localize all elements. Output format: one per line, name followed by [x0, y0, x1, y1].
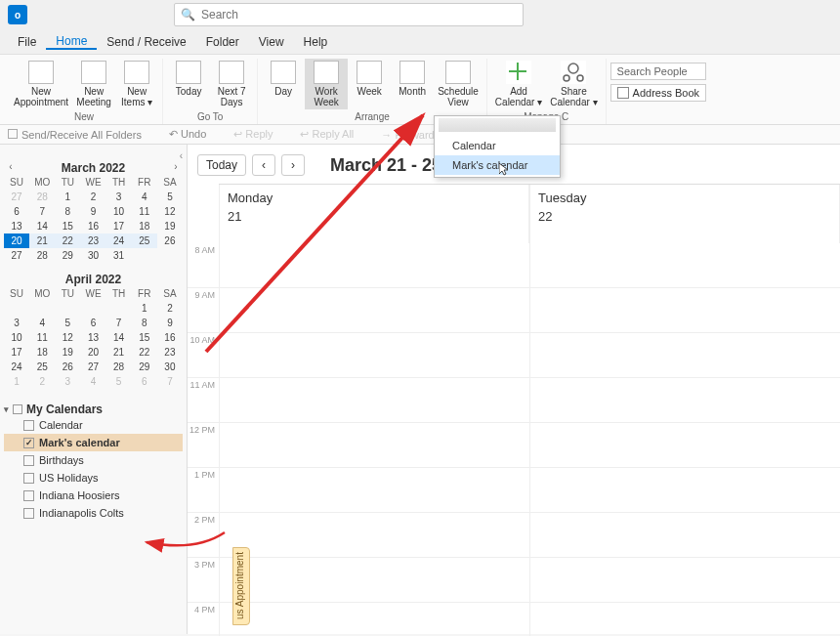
calendar-day[interactable]: 29 — [55, 248, 80, 263]
new-items-button[interactable]: NewItems ▾ — [115, 59, 158, 109]
calendar-day[interactable]: 28 — [106, 360, 132, 374]
calendar-day[interactable]: 16 — [80, 219, 105, 233]
calendar-day[interactable]: 2 — [29, 374, 55, 389]
search-people-input[interactable]: Search People — [610, 63, 706, 80]
checkbox-icon[interactable] — [23, 455, 34, 466]
time-slot[interactable] — [219, 603, 529, 636]
calendar-list-item[interactable]: Indianapolis Colts — [4, 504, 183, 522]
calendar-day[interactable]: 24 — [4, 360, 29, 374]
share-calendar-button[interactable]: ShareCalendar ▾ — [546, 59, 601, 109]
calendar-day[interactable] — [80, 301, 105, 316]
global-search[interactable]: 🔍 — [174, 3, 524, 26]
send-receive-all-button[interactable]: Send/Receive All Folders — [8, 129, 155, 141]
calendar-day[interactable]: 18 — [29, 345, 55, 360]
checkbox-icon[interactable] — [23, 508, 34, 519]
menu-view[interactable]: View — [249, 35, 294, 49]
mini-calendar-march[interactable]: SUMOTUWETHFRSA27281234567891011121314151… — [4, 175, 183, 263]
calendar-day[interactable]: 2 — [157, 301, 183, 316]
checkbox-icon[interactable]: ✓ — [23, 438, 34, 448]
calendar-day[interactable]: 15 — [55, 219, 80, 233]
calendar-day[interactable]: 14 — [106, 330, 132, 345]
calendar-day[interactable]: 2 — [80, 190, 105, 204]
calendar-day[interactable]: 18 — [132, 219, 157, 233]
calendar-day[interactable]: 23 — [157, 345, 183, 360]
calendar-day[interactable]: 22 — [55, 233, 80, 248]
time-slot[interactable] — [219, 558, 529, 602]
calendar-day[interactable]: 10 — [106, 204, 132, 219]
time-slot[interactable] — [219, 333, 529, 377]
appointment-tab[interactable]: us Appointment — [232, 547, 250, 625]
calendar-day[interactable]: 29 — [132, 360, 157, 374]
calendar-day[interactable]: 3 — [4, 316, 29, 330]
calendar-list-item[interactable]: Birthdays — [4, 451, 183, 469]
calendar-day[interactable] — [132, 248, 157, 263]
menu-send-receive[interactable]: Send / Receive — [97, 35, 195, 49]
my-calendars-header[interactable]: ▾ My Calendars — [4, 403, 183, 416]
calendar-day[interactable]: 12 — [157, 204, 183, 219]
calendar-day[interactable] — [4, 301, 29, 316]
calendar-day[interactable]: 12 — [55, 330, 80, 345]
calendar-day[interactable]: 25 — [29, 360, 55, 374]
dropdown-item-calendar[interactable]: Calendar — [435, 136, 560, 155]
calendar-day[interactable]: 27 — [4, 190, 29, 204]
calendar-day[interactable]: 31 — [106, 248, 132, 263]
checkbox-icon[interactable] — [13, 404, 22, 414]
calendar-list-item[interactable]: US Holidays — [4, 469, 183, 487]
new-meeting-button[interactable]: NewMeeting — [72, 59, 115, 109]
calendar-day[interactable]: 15 — [132, 330, 157, 345]
calendar-day[interactable]: 14 — [29, 219, 55, 233]
calendar-day[interactable]: 17 — [106, 219, 132, 233]
calendar-day[interactable]: 4 — [132, 190, 157, 204]
next-week-button[interactable]: › — [281, 154, 305, 176]
day-column-tuesday[interactable]: Tuesday 22 — [529, 185, 840, 243]
calendar-day[interactable]: 7 — [157, 374, 183, 389]
workweek-view-button[interactable]: WorkWeek — [305, 59, 348, 109]
calendar-day[interactable]: 24 — [106, 233, 132, 248]
calendar-day[interactable]: 17 — [4, 345, 29, 360]
calendar-day[interactable]: 20 — [80, 345, 105, 360]
time-grid[interactable]: 8 AM9 AM10 AM11 AM12 PM1 PM2 PM3 PM4 PM — [188, 243, 840, 636]
time-slot[interactable] — [219, 378, 529, 422]
calendar-day[interactable]: 7 — [29, 204, 55, 219]
next7-button[interactable]: Next 7Days — [210, 59, 253, 109]
calendar-day[interactable]: 6 — [80, 316, 105, 330]
calendar-day[interactable]: 26 — [55, 360, 80, 374]
time-slot[interactable] — [529, 243, 840, 287]
calendar-day[interactable]: 13 — [80, 330, 105, 345]
calendar-list-item[interactable]: ✓Mark's calendar — [4, 434, 183, 451]
calendar-day[interactable]: 22 — [132, 345, 157, 360]
calendar-day[interactable]: 30 — [157, 360, 183, 374]
calendar-day[interactable]: 5 — [157, 190, 183, 204]
dropdown-item-marks-calendar[interactable]: Mark's calendar — [435, 155, 560, 175]
calendar-day[interactable]: 10 — [4, 330, 29, 345]
menu-file[interactable]: File — [8, 35, 46, 49]
month-view-button[interactable]: Month — [391, 59, 434, 109]
time-slot[interactable] — [529, 288, 840, 332]
calendar-day[interactable]: 16 — [157, 330, 183, 345]
checkbox-icon[interactable] — [23, 473, 34, 484]
calendar-day[interactable]: 28 — [29, 248, 55, 263]
calendar-day[interactable]: 28 — [29, 190, 55, 204]
time-slot[interactable] — [529, 378, 840, 422]
calendar-day[interactable]: 7 — [106, 316, 132, 330]
calendar-day[interactable]: 19 — [55, 345, 80, 360]
calendar-day[interactable]: 21 — [29, 233, 55, 248]
calendar-day[interactable]: 5 — [55, 316, 80, 330]
calendar-day[interactable]: 3 — [106, 190, 132, 204]
time-slot[interactable] — [219, 243, 529, 287]
calendar-day[interactable]: 19 — [157, 219, 183, 233]
address-book-button[interactable]: Address Book — [610, 84, 706, 102]
calendar-day[interactable] — [106, 301, 132, 316]
calendar-day[interactable]: 27 — [4, 248, 29, 263]
menu-home[interactable]: Home — [46, 34, 97, 50]
day-view-button[interactable]: Day — [262, 59, 305, 109]
calendar-day[interactable]: 13 — [4, 219, 29, 233]
calendar-day[interactable]: 23 — [80, 233, 105, 248]
calendar-day[interactable]: 8 — [132, 316, 157, 330]
day-column-monday[interactable]: Monday 21 — [219, 185, 529, 243]
calendar-day[interactable]: 20 — [4, 233, 29, 248]
calendar-day[interactable]: 4 — [80, 374, 105, 389]
time-slot[interactable] — [529, 558, 840, 602]
search-input[interactable] — [201, 8, 517, 21]
calendar-day[interactable]: 1 — [4, 374, 29, 389]
